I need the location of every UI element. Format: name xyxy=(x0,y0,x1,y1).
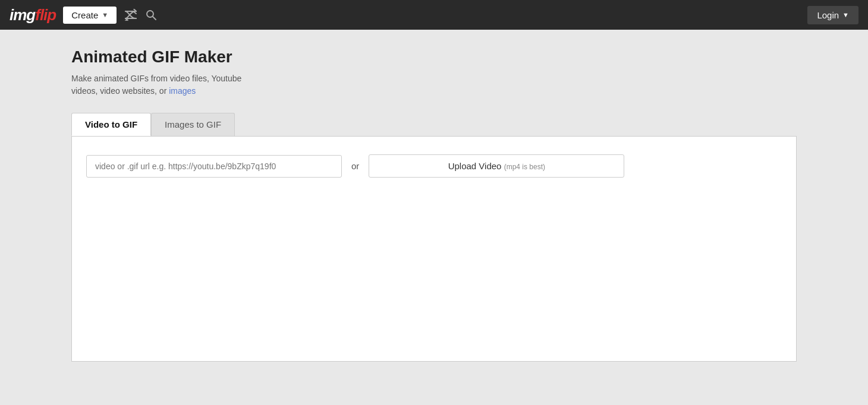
tab-video-to-gif[interactable]: Video to GIF xyxy=(71,113,151,136)
upload-video-button[interactable]: Upload Video (mp4 is best) xyxy=(369,154,624,178)
tab-images-to-gif-label: Images to GIF xyxy=(165,119,221,129)
logo-flip: flip xyxy=(35,6,56,24)
header-left: imgflip Create ▼ xyxy=(10,6,157,24)
tab-video-to-gif-label: Video to GIF xyxy=(85,119,137,129)
tab-panel-video-to-gif: or Upload Video (mp4 is best) xyxy=(71,136,797,362)
login-button[interactable]: Login ▼ xyxy=(807,6,858,24)
login-label: Login xyxy=(817,10,839,20)
subtitle-part1: Make animated GIFs from video files, You… xyxy=(71,74,241,83)
logo-img: img xyxy=(10,6,35,24)
upload-note: (mp4 is best) xyxy=(504,163,545,171)
create-label: Create xyxy=(71,10,98,20)
logo: imgflip xyxy=(10,6,56,24)
create-dropdown-arrow: ▼ xyxy=(102,11,108,18)
images-link[interactable]: images xyxy=(169,86,196,96)
tab-images-to-gif[interactable]: Images to GIF xyxy=(151,113,235,136)
main-content: Animated GIF Maker Make animated GIFs fr… xyxy=(0,30,868,362)
create-button[interactable]: Create ▼ xyxy=(63,7,117,24)
tab-bar: Video to GIF Images to GIF xyxy=(71,113,797,136)
header: imgflip Create ▼ Login ▼ xyxy=(0,0,868,30)
upload-label: Upload Video xyxy=(448,161,502,171)
subtitle-part2-prefix: videos, video websites, or xyxy=(71,86,169,96)
page-title: Animated GIF Maker xyxy=(71,48,797,67)
search-icon[interactable] xyxy=(145,9,157,21)
video-input-row: or Upload Video (mp4 is best) xyxy=(86,154,782,178)
or-separator: or xyxy=(351,161,359,171)
svg-line-1 xyxy=(153,17,156,20)
login-dropdown-arrow: ▼ xyxy=(842,11,849,18)
page-subtitle: Make animated GIFs from video files, You… xyxy=(71,72,797,97)
video-url-input[interactable] xyxy=(86,155,342,178)
shuffle-icon[interactable] xyxy=(124,9,138,21)
